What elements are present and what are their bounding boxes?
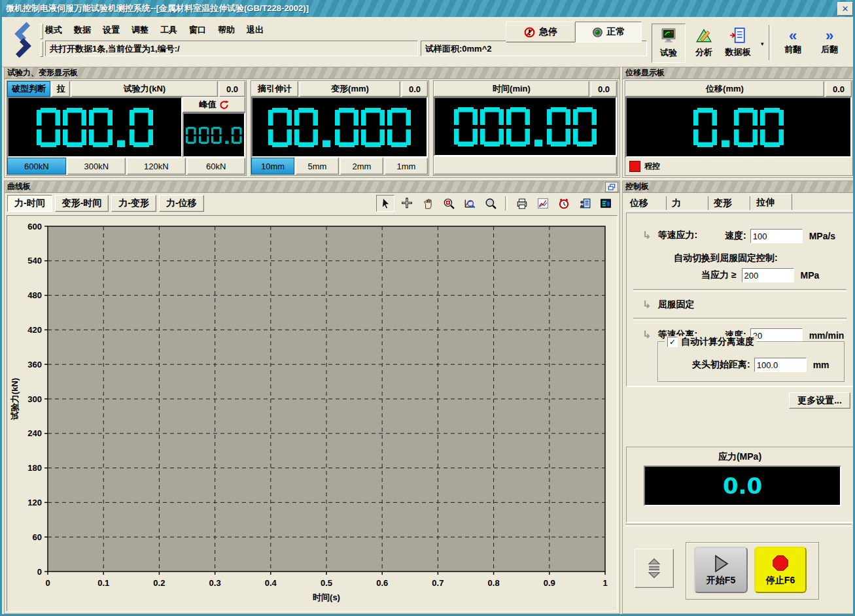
- menu-item-5[interactable]: 工具: [160, 24, 177, 36]
- peak-led-display: [183, 112, 245, 158]
- databoard-button[interactable]: 数据板: [722, 24, 754, 61]
- auto-calc-checkbox[interactable]: ✓: [667, 337, 678, 347]
- range-button-10mm[interactable]: 10mm: [251, 158, 294, 175]
- deform-display-group: 摘引伸计 变形(mm) 0.0 10mm5mm2mm1mm: [250, 80, 429, 176]
- when-stress-label: 当应力 ≥: [701, 269, 737, 281]
- time-led-display: [434, 97, 617, 156]
- range-button-2mm[interactable]: 2mm: [340, 158, 383, 175]
- range-button-1mm[interactable]: 1mm: [385, 158, 428, 175]
- data-status-field: 共打开数据1条,当前位置为1,编号:/: [45, 41, 418, 56]
- switch-stress-row: 当应力 ≥ MPa: [701, 268, 819, 282]
- databoard-dropdown-arrow[interactable]: ▾: [761, 41, 764, 47]
- range-button-600kN[interactable]: 600kN: [7, 158, 66, 175]
- crosshair-tool-button[interactable]: [398, 196, 415, 211]
- report-icon: [579, 197, 591, 209]
- control-tab-bar: 位移力变形拉伸: [625, 194, 852, 211]
- crosshair-icon: [401, 197, 413, 209]
- range-button-300kN[interactable]: 300kN: [67, 158, 126, 175]
- force-range-buttons: 600kN300kN120kN60kN: [7, 158, 245, 175]
- zoom-curve-icon: [464, 197, 476, 209]
- control-tab-变形[interactable]: 变形: [708, 196, 750, 210]
- close-button[interactable]: ✕: [837, 2, 853, 16]
- force-channel-label: 试验力(kN): [71, 81, 218, 97]
- range-button-5mm[interactable]: 5mm: [296, 158, 339, 175]
- curve-panel-title: 曲线板: [5, 181, 619, 193]
- start-play-icon: [710, 554, 732, 573]
- extensometer-remove-button[interactable]: 摘引伸计: [251, 81, 298, 97]
- break-judge-button[interactable]: 破型判断: [7, 81, 50, 97]
- switch-stress-unit: MPa: [801, 270, 820, 281]
- normal-status-button[interactable]: 正常: [575, 22, 642, 43]
- menu-item-1[interactable]: 模式: [45, 24, 62, 36]
- deform-range-buttons: 10mm5mm2mm1mm: [251, 158, 428, 175]
- emergency-stop-label: 急停: [539, 26, 557, 38]
- close-icon: ✕: [842, 4, 849, 14]
- curve-tab-变形-时间[interactable]: 变形-时间: [55, 195, 109, 212]
- more-settings-button[interactable]: 更多设置...: [789, 392, 850, 409]
- time-bottom-strip: [434, 156, 617, 175]
- const-stress-speed-input[interactable]: [750, 229, 803, 243]
- svg-text:120: 120: [27, 498, 42, 507]
- company-logo-icon: [9, 20, 37, 60]
- force-led-digits: [37, 108, 153, 147]
- page-prev-icon: «: [789, 29, 797, 43]
- magnifier-icon: [485, 197, 497, 209]
- jog-up-down-button[interactable]: [635, 549, 674, 588]
- emergency-stop-button[interactable]: 急停: [506, 22, 576, 43]
- curve-tab-bar: 力-时间变形-时间力-变形力-位移: [7, 195, 204, 212]
- magnifier-tool-button[interactable]: [482, 196, 499, 211]
- test-button[interactable]: 试验: [652, 24, 686, 63]
- menu-item-8[interactable]: 退出: [247, 24, 264, 36]
- zoom-region-tool-button[interactable]: [440, 196, 457, 211]
- pan-hand-tool-button[interactable]: [419, 196, 436, 211]
- stress-display-label: 应力(MPa): [627, 451, 853, 463]
- top-toolbar: 模式数据设置调整工具窗口帮助退出 共打开数据1条,当前位置为1,编号:/ 试样面…: [2, 17, 853, 67]
- force-display-group: 破型判断 拉 试验力(kN) 0.0 峰值: [6, 80, 247, 176]
- menu-item-2[interactable]: 数据: [74, 24, 91, 36]
- displacement-display-group: 位移(mm) 0.0 程控: [624, 80, 853, 176]
- control-tab-力[interactable]: 力: [667, 196, 708, 210]
- restore-panel-button[interactable]: [605, 182, 618, 192]
- time-channel-label: 时间(min): [434, 81, 589, 97]
- report-tool-button[interactable]: [576, 196, 593, 211]
- analyze-button[interactable]: 分析: [688, 24, 720, 61]
- separation-speed-input[interactable]: [750, 328, 803, 343]
- menu-bar: 模式数据设置调整工具窗口帮助退出: [45, 22, 264, 38]
- page-next-button[interactable]: »后翻: [813, 24, 846, 61]
- range-button-60kN[interactable]: 60kN: [187, 158, 246, 175]
- print-tool-button[interactable]: [514, 196, 531, 211]
- curve-tab-力-时间[interactable]: 力-时间: [7, 195, 52, 212]
- control-tab-位移[interactable]: 位移: [625, 196, 667, 210]
- grip-distance-input[interactable]: [754, 358, 807, 372]
- svg-text:540: 540: [27, 256, 42, 265]
- const-stress-unit: MPa/s: [809, 231, 835, 241]
- range-button-120kN[interactable]: 120kN: [127, 158, 186, 175]
- control-tab-拉伸[interactable]: 拉伸: [750, 194, 792, 210]
- zoom-curve-tool-button[interactable]: [461, 196, 478, 211]
- peak-button[interactable]: 峰值: [183, 97, 245, 112]
- deform-led-display: [251, 97, 428, 158]
- menu-item-7[interactable]: 帮助: [218, 24, 235, 36]
- const-stress-speed-row: 速度: MPa/s: [725, 229, 835, 243]
- svg-text:0.2: 0.2: [153, 578, 165, 588]
- pull-direction-button[interactable]: 拉: [52, 81, 70, 97]
- menu-item-6[interactable]: 窗口: [189, 24, 206, 36]
- alarm-clock-tool-button[interactable]: [555, 196, 572, 211]
- start-button[interactable]: 开始F5: [694, 547, 748, 593]
- chart-svg: 06012018024030036042048054060000.10.20.3…: [7, 216, 617, 611]
- switch-stress-input[interactable]: [742, 268, 794, 282]
- menu-item-3[interactable]: 设置: [103, 24, 120, 36]
- cursor-tool-button[interactable]: [376, 195, 394, 212]
- svg-text:420: 420: [27, 325, 42, 335]
- page-next-icon: »: [826, 29, 833, 43]
- panel-display-tool-button[interactable]: [597, 196, 614, 211]
- curve-tab-力-变形[interactable]: 力-变形: [111, 195, 156, 212]
- curve-tab-力-位移[interactable]: 力-位移: [159, 195, 204, 212]
- toolbar-separator: [505, 196, 508, 211]
- stop-button[interactable]: 停止F6: [754, 547, 807, 593]
- page-prev-button[interactable]: «前翻: [776, 24, 809, 61]
- curve-setup-tool-button[interactable]: [534, 196, 551, 211]
- menu-item-4[interactable]: 调整: [131, 24, 148, 36]
- print-icon: [516, 197, 528, 209]
- auto-switch-label: 自动切换到屈服固定控制:: [674, 252, 778, 264]
